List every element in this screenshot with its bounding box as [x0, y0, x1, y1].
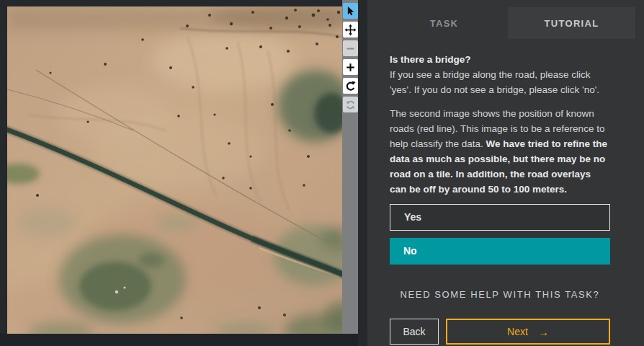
task-reference-note: The second image shows the position of k… [390, 106, 610, 197]
tab-bar: TASK TUTORIAL [380, 7, 635, 39]
refresh-icon [344, 99, 357, 111]
subject-bottom-bar: » ↑ i You should sign in! [0, 334, 358, 346]
task-question: Is there a bridge? [390, 52, 610, 67]
satellite-image[interactable] [7, 6, 342, 334]
satellite-terrain [7, 6, 342, 334]
zoom-out-tool-button [343, 40, 358, 56]
plus-icon [344, 61, 357, 74]
subject-area: » ↑ i You should sign in! [0, 0, 367, 346]
map-toolstrip [342, 0, 358, 334]
cursor-arrow-icon [344, 5, 357, 17]
tab-task[interactable]: TASK [380, 7, 508, 39]
rotate-tool-button[interactable] [343, 78, 358, 94]
next-button[interactable]: Next→ [446, 319, 610, 345]
right-arrow-icon: → [538, 324, 549, 340]
pan-tool-button[interactable] [343, 22, 358, 37]
nav-row: Back Next→ [390, 319, 610, 345]
minus-icon [344, 43, 357, 55]
answer-list: Yes No [390, 204, 610, 265]
task-content: Is there a bridge? If you see a bridge a… [367, 39, 644, 345]
tab-tutorial[interactable]: TUTORIAL [508, 7, 635, 39]
answer-no-button[interactable]: No [390, 238, 610, 265]
task-instructions: If you see a bridge along the road, plea… [390, 67, 610, 97]
task-panel: TASK TUTORIAL Is there a bridge? If you … [367, 0, 644, 346]
zoom-in-tool-button[interactable] [343, 59, 358, 75]
reset-tool-button [343, 97, 358, 112]
answer-yes-button[interactable]: Yes [390, 204, 610, 231]
pointer-tool-button[interactable] [343, 3, 358, 19]
rotate-icon [344, 80, 357, 92]
help-link[interactable]: NEED SOME HELP WITH THIS TASK? [390, 287, 610, 302]
next-button-label: Next [507, 324, 528, 340]
back-button[interactable]: Back [390, 319, 439, 345]
move-icon [344, 24, 357, 36]
